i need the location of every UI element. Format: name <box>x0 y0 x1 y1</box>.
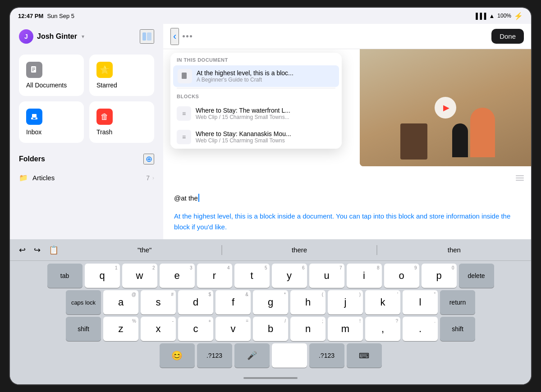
folder-icon: 📁 <box>19 173 28 182</box>
home-indicator <box>10 372 531 384</box>
key-row-1: tab 1q 2w 3e 4r 5t 6y 7u 8i 9o 0p delete <box>12 264 529 288</box>
inbox-icon <box>26 109 42 125</box>
suggestion-group: ↩ ↪ 📋 "the" there then <box>10 245 531 255</box>
n-key[interactable]: ;n <box>290 317 326 341</box>
back-button[interactable]: ‹ <box>170 28 179 45</box>
space-key[interactable] <box>272 343 307 368</box>
folder-item-articles[interactable]: 📁 Articles 7 › <box>19 169 154 187</box>
l-key[interactable]: "l <box>403 290 438 315</box>
video-play-button[interactable]: ▶ <box>435 97 456 119</box>
z-key[interactable]: %z <box>103 317 138 341</box>
doc-content[interactable]: ▶ IN THIS DOCUMENT <box>163 49 531 239</box>
sidebar-item-inbox[interactable]: Inbox <box>19 101 84 143</box>
q-key[interactable]: 1q <box>85 264 120 288</box>
dropdown-block-1[interactable]: ≡ Where to Stay: The waterfront L... Web… <box>170 102 342 125</box>
j-key[interactable]: )j <box>328 290 363 315</box>
keyboard-keys: tab 1q 2w 3e 4r 5t 6y 7u 8i 9o 0p delete… <box>10 261 531 372</box>
period-key[interactable]: .. <box>403 317 438 341</box>
handle-line-3 <box>516 180 524 181</box>
autocomplete-dropdown: IN THIS DOCUMENT At the highest level, t… <box>170 53 342 149</box>
status-bar-right: ▐▐▐ ▲ 100% ⚡ <box>474 12 523 20</box>
h-key[interactable]: (h <box>290 290 326 315</box>
inbox-label: Inbox <box>26 128 77 136</box>
key-row-3: shift %z -x +c =v /b ;n !m ?, .. shift <box>12 317 529 341</box>
m-key[interactable]: !m <box>328 317 363 341</box>
starred-icon: ⭐ <box>96 62 113 78</box>
delete-key[interactable]: delete <box>459 264 494 288</box>
keyboard-key[interactable]: ⌨ <box>347 343 382 368</box>
f-key[interactable]: &f <box>215 290 251 315</box>
user-info[interactable]: J Josh Ginter ▾ <box>19 29 84 44</box>
folder-left: 📁 Articles <box>19 173 55 182</box>
toolbar-dots[interactable] <box>183 35 192 37</box>
right-shift-key[interactable]: shift <box>440 317 475 341</box>
b-key[interactable]: /b <box>253 317 288 341</box>
clipboard-icon[interactable]: 📋 <box>49 245 59 255</box>
text-content-area[interactable]: @at the At the highest level, this is a … <box>174 193 520 232</box>
suggestion-1[interactable]: there <box>222 245 376 255</box>
battery-icon: ⚡ <box>514 12 523 20</box>
g-key[interactable]: *g <box>253 290 288 315</box>
keyboard-action-icons: ↩ ↪ 📋 <box>10 245 68 255</box>
suggestion-0[interactable]: "the" <box>68 245 222 255</box>
p-key[interactable]: 0p <box>422 264 457 288</box>
all-documents-icon <box>26 62 42 78</box>
x-key[interactable]: -x <box>141 317 176 341</box>
status-bar-date: Sun Sep 5 <box>47 13 74 19</box>
body-link[interactable]: At the highest level, this is a block in… <box>174 212 510 231</box>
add-folder-button[interactable]: ⊕ <box>143 154 154 164</box>
document-result-icon <box>178 69 192 83</box>
svg-rect-6 <box>32 114 37 118</box>
sidebar-item-all-documents[interactable]: All Documents <box>19 55 84 96</box>
text-input[interactable]: @at the <box>174 193 520 204</box>
comma-key[interactable]: ?, <box>365 317 400 341</box>
emoji-key[interactable]: 😊 <box>160 343 195 368</box>
user-name: Josh Ginter <box>37 32 77 41</box>
left-shift-key[interactable]: shift <box>66 317 101 341</box>
d-key[interactable]: $d <box>178 290 213 315</box>
scene-person-1 <box>470 108 495 157</box>
trash-label: Trash <box>96 128 147 136</box>
u-key[interactable]: 7u <box>309 264 344 288</box>
tab-key[interactable]: tab <box>47 264 83 288</box>
key-row-4: 😊 .?123 🎤 .?123 ⌨ <box>12 343 529 368</box>
sidebar-item-starred[interactable]: ⭐ Starred <box>89 55 154 96</box>
block-2-text: Where to Stay: Kananaskis Mou... Web Cli… <box>196 130 335 144</box>
a-key[interactable]: @a <box>103 290 138 315</box>
suggestion-0-text: "the" <box>138 246 152 254</box>
dropdown-block-2[interactable]: ≡ Where to Stay: Kananaskis Mou... Web C… <box>170 125 342 149</box>
y-key[interactable]: 6y <box>272 264 307 288</box>
o-key[interactable]: 9o <box>384 264 419 288</box>
mic-key[interactable]: 🎤 <box>234 343 270 368</box>
user-avatar: J <box>19 29 33 44</box>
w-key[interactable]: 2w <box>122 264 157 288</box>
starred-label: Starred <box>96 82 147 89</box>
s-key[interactable]: #s <box>141 290 176 315</box>
caps-lock-key[interactable]: caps lock <box>66 290 101 315</box>
undo-icon[interactable]: ↩ <box>19 245 26 255</box>
v-key[interactable]: =v <box>215 317 251 341</box>
sidebar-item-trash[interactable]: 🗑 Trash <box>89 101 154 143</box>
doc-toolbar: ‹ Done <box>163 24 531 49</box>
num2-key[interactable]: .?123 <box>309 343 344 368</box>
t-key[interactable]: 5t <box>234 264 270 288</box>
wifi-icon: ▲ <box>489 13 495 19</box>
r-key[interactable]: 4r <box>197 264 232 288</box>
return-key[interactable]: return <box>440 290 475 315</box>
ipad-screen: 12:47 PM Sun Sep 5 ▐▐▐ ▲ 100% ⚡ J Josh G… <box>10 8 531 384</box>
video-thumbnail[interactable]: ▶ <box>360 49 531 166</box>
folders-title: Folders <box>19 155 45 163</box>
sidebar-toggle-button[interactable] <box>140 29 154 44</box>
c-key[interactable]: +c <box>178 317 213 341</box>
redo-icon[interactable]: ↪ <box>34 245 41 255</box>
suggestion-1-text: there <box>292 246 307 254</box>
dropdown-document-result[interactable]: At the highest level, this is a bloc... … <box>173 65 339 87</box>
e-key[interactable]: 3e <box>160 264 195 288</box>
done-button[interactable]: Done <box>491 29 524 44</box>
signal-icon: ▐▐▐ <box>474 13 486 19</box>
k-key[interactable]: 'k <box>365 290 400 315</box>
i-key[interactable]: 8i <box>347 264 382 288</box>
blocks-label: BLOCKS <box>170 89 342 102</box>
num-key[interactable]: .?123 <box>197 343 232 368</box>
suggestion-2[interactable]: then <box>377 245 531 255</box>
